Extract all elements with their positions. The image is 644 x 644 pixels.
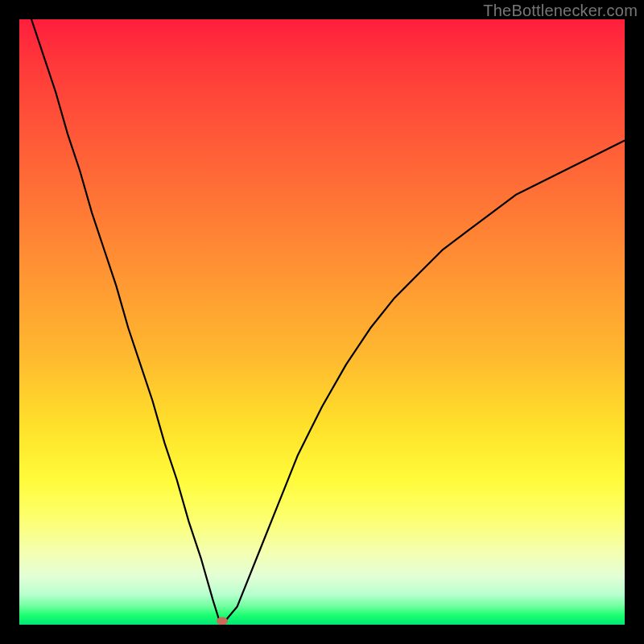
bottleneck-curve <box>19 19 625 625</box>
watermark-text: TheBottlenecker.com <box>483 2 638 20</box>
plot-area <box>19 19 625 625</box>
curve-path <box>31 19 625 621</box>
chart-frame: TheBottlenecker.com <box>0 0 644 644</box>
